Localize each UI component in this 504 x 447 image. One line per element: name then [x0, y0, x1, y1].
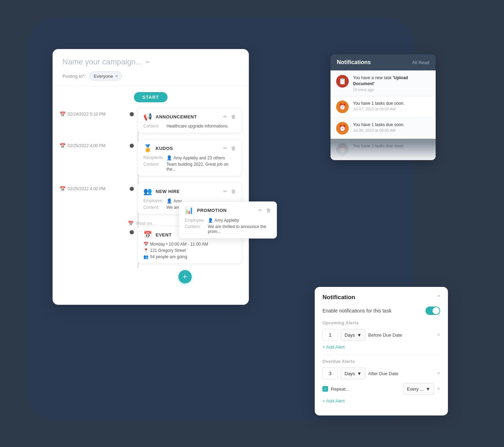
- overdue-alert-unit[interactable]: Days ▼: [341, 367, 366, 379]
- repeat-row: ✓ Repeat... Every ... ▼ ×: [322, 383, 440, 395]
- edit-announcement-btn[interactable]: ✏: [223, 114, 227, 119]
- upcoming-alerts-title: Upcoming Alerts: [322, 321, 440, 325]
- posting-to-label: Posting to*:: [62, 74, 86, 79]
- toggle-knob: [433, 307, 440, 314]
- campaign-header: Name your campaign... ✏ Posting to*: Eve…: [53, 49, 249, 87]
- kudos-header: 🏅 KUDOS ✏ 🗑: [143, 144, 236, 152]
- enable-notif-toggle[interactable]: [425, 307, 440, 315]
- repeat-close[interactable]: ×: [437, 386, 440, 392]
- upcoming-alert-close[interactable]: ×: [437, 332, 440, 338]
- overdue-alert-row: 3 Days ▼ After Due Date ×: [322, 367, 440, 379]
- edit-icon[interactable]: ✏: [145, 59, 150, 66]
- add-item-button[interactable]: +: [178, 270, 192, 283]
- everyone-tag-label: Everyone: [94, 74, 113, 79]
- notif-time-1: Jul 07, 2023 at 09:00 AM: [353, 107, 430, 111]
- start-button-row: START: [60, 92, 242, 102]
- calendar-icon-newhire: 📅: [60, 186, 66, 192]
- promo-actions: ✏ 🗑: [258, 207, 271, 213]
- delete-promo-btn[interactable]: 🗑: [266, 207, 271, 213]
- kudos-actions: ✏ 🗑: [223, 145, 236, 151]
- notif-item-1[interactable]: ⏰ You have 1 tasks due soon. Jul 07, 202…: [331, 96, 436, 117]
- newhire-title: NEW HIRE: [156, 189, 220, 194]
- everyone-tag[interactable]: Everyone ×: [89, 71, 122, 81]
- kudos-content-row: Content: Team building 2022. Great job o…: [143, 162, 236, 172]
- announcement-header: 📢 ANNOUNCEMENT ✏ 🗑: [143, 112, 236, 121]
- enable-notif-label: Enable notifications for this task: [322, 308, 391, 314]
- start-badge: START: [134, 92, 167, 102]
- tag-close-icon[interactable]: ×: [115, 73, 118, 79]
- event-location-row: 📍 121 Gregory Street: [143, 248, 236, 253]
- ns-enable-row: Enable notifications for this task: [322, 307, 440, 315]
- collapse-icon[interactable]: ^: [437, 294, 440, 301]
- add-button-row: +: [128, 270, 242, 283]
- promo-content-row: Content: We are thrilled to announce the…: [185, 224, 271, 234]
- overdue-alert-close[interactable]: ×: [437, 370, 440, 377]
- timeline-item-announcement: 📅 02/24/2022 5:10 PM 📢 ANNOUNCEMENT ✏ 🗑 …: [60, 108, 242, 133]
- kudos-title: KUDOS: [156, 146, 220, 151]
- overdue-alert-number[interactable]: 3: [322, 367, 338, 379]
- notif-text-2: You have 1 tasks due soon. Jul 06, 2023 …: [353, 122, 430, 133]
- upcoming-alert-unit[interactable]: Days ▼: [341, 329, 366, 341]
- dot-kudos: [130, 144, 134, 148]
- newhire-actions: ✏ 🗑: [223, 188, 236, 194]
- delete-announcement-btn[interactable]: 🗑: [231, 114, 236, 119]
- notif-text-0: You have a new task 'Upload Document' 10…: [353, 75, 430, 92]
- notifications-panel: Notifications All Read 📋 You have a new …: [331, 54, 436, 160]
- newhire-icon: 👥: [143, 187, 152, 195]
- add-upcoming-alert-link[interactable]: + Add Alert: [322, 344, 440, 350]
- campaign-title-row: Name your campaign... ✏: [62, 57, 239, 67]
- promo-title: PROMOTION: [197, 208, 255, 213]
- edit-kudos-btn[interactable]: ✏: [223, 145, 227, 151]
- notif-time-2: Jul 06, 2023 at 09:00 AM: [353, 128, 430, 132]
- posting-to-row: Posting to*: Everyone ×: [62, 71, 239, 81]
- announcement-card: 📢 ANNOUNCEMENT ✏ 🗑 Content: Healthcare u…: [137, 108, 242, 133]
- user-icon-kudos: 👤: [166, 155, 172, 160]
- date-announcement: 📅 02/24/2022 5:10 PM: [60, 108, 126, 117]
- notif-main-1: You have 1 tasks due soon.: [353, 101, 430, 106]
- notif-item-3[interactable]: ⏰ You have 1 tasks due soon.: [331, 139, 436, 160]
- chevron-down-icon-overdue: ▼: [357, 371, 362, 376]
- edit-promo-btn[interactable]: ✏: [258, 207, 263, 213]
- event-time-row: 📅 Monday • 10:00 AM - 11:00 AM: [143, 242, 236, 247]
- announcement-actions: ✏ 🗑: [223, 114, 236, 119]
- announcement-content-row: Content: Healthcare upgrade informations…: [143, 124, 236, 129]
- ns-title: Notification: [322, 294, 355, 301]
- pin-icon-event: 📍: [143, 248, 149, 253]
- notif-item-2[interactable]: ⏰ You have 1 tasks due soon. Jul 06, 202…: [331, 117, 436, 139]
- announcement-title: ANNOUNCEMENT: [156, 114, 220, 119]
- chevron-down-icon: ▼: [357, 332, 362, 338]
- overdue-alert-when: After Due Date: [368, 371, 434, 376]
- all-read-button[interactable]: All Read: [412, 60, 429, 65]
- repeat-checkbox[interactable]: ✓: [322, 386, 328, 392]
- repeat-label: Repeat...: [331, 386, 400, 392]
- notif-clock2-icon: ⏰: [336, 122, 349, 135]
- dot-newhire: [130, 187, 134, 191]
- edit-newhire-btn[interactable]: ✏: [223, 188, 227, 194]
- newhire-header: 👥 NEW HIRE ✏ 🗑: [143, 187, 236, 195]
- timeline-item-kudos: 📅 02/25/2022 4:00 PM 🏅 KUDOS ✏ 🗑 Recipie…: [60, 139, 242, 176]
- promotion-icon: 📊: [185, 206, 193, 214]
- user-icon-promo: 👤: [208, 218, 213, 223]
- notif-clock3-icon: ⏰: [336, 143, 349, 156]
- notif-clock1-icon: ⏰: [336, 101, 349, 113]
- dot-event: [130, 230, 134, 234]
- dot-announcement: [130, 112, 134, 116]
- repeat-every-select[interactable]: Every ... ▼: [403, 383, 434, 395]
- notif-main-3: You have 1 tasks due soon.: [353, 143, 430, 149]
- kudos-icon: 🏅: [143, 144, 152, 152]
- event-icon: 📅: [143, 231, 152, 239]
- announcement-icon: 📢: [143, 112, 152, 121]
- people-icon-event: 👥: [143, 254, 149, 259]
- upcoming-alert-number[interactable]: 1: [322, 329, 338, 341]
- delete-newhire-btn[interactable]: 🗑: [231, 188, 236, 194]
- notif-text-3: You have 1 tasks due soon.: [353, 143, 430, 149]
- calendar-icon-poston: 📅: [128, 221, 134, 226]
- notif-item-0[interactable]: 📋 You have a new task 'Upload Document' …: [331, 70, 436, 96]
- campaign-panel: Name your campaign... ✏ Posting to*: Eve…: [53, 49, 249, 305]
- divider: [322, 355, 440, 355]
- upcoming-alert-when: Before Due Date: [368, 332, 434, 338]
- add-overdue-alert-link[interactable]: + Add Alert: [322, 398, 440, 404]
- overdue-alerts-title: Overdue Alerts: [322, 359, 440, 364]
- chevron-down-icon-repeat: ▼: [426, 386, 430, 392]
- delete-kudos-btn[interactable]: 🗑: [231, 145, 236, 151]
